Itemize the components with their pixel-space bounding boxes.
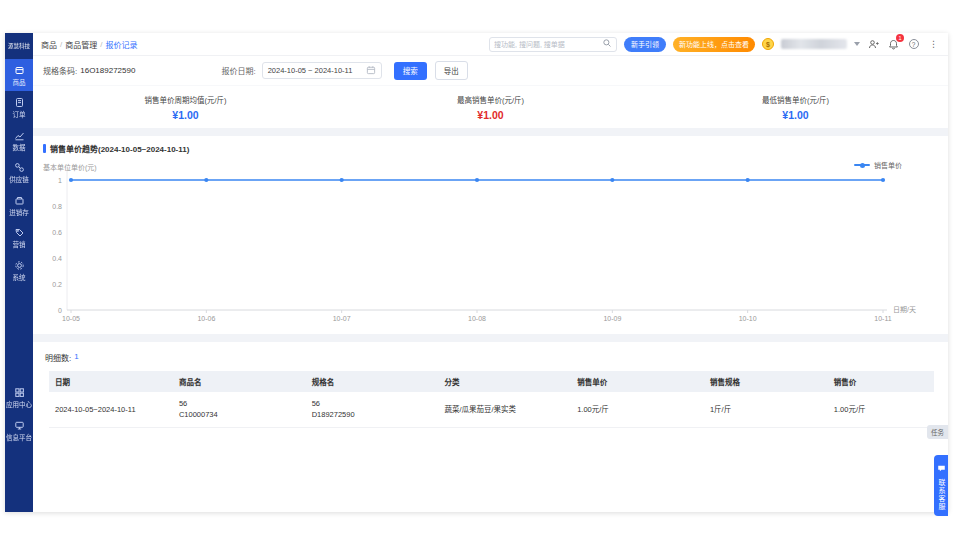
sidebar-bottom-group: 应用中心 信息平台 <box>5 381 33 512</box>
col-category: 分类 <box>438 371 571 392</box>
svg-text:10-11: 10-11 <box>874 315 891 322</box>
col-sale-price: 销售价 <box>828 371 934 392</box>
breadcrumb-separator: / <box>60 40 62 49</box>
date-range-picker[interactable]: 2024-10-05 ~ 2024-10-11 <box>262 62 382 79</box>
sidebar-item-supply-chain[interactable]: 供应链 <box>5 156 33 188</box>
table-header-row: 日期 商品名 规格名 分类 销售单价 销售规格 销售价 <box>49 371 934 392</box>
global-search[interactable] <box>489 37 617 52</box>
svg-text:日期/天: 日期/天 <box>893 306 916 314</box>
svg-text:0.8: 0.8 <box>52 203 62 210</box>
spec-barcode-value: 16O189272590 <box>80 66 135 75</box>
cell-spec: 56 D189272590 <box>306 392 439 427</box>
top-bar-right: 新手引领 新功能上线，点击查看 $ 1 ? ⋮ <box>489 37 940 52</box>
cell-unit-price: 1.00元/斤 <box>571 392 704 427</box>
quote-date-filter: 报价日期: 2024-10-05 ~ 2024-10-11 <box>221 62 381 79</box>
sidebar-item-info-platform[interactable]: 信息平台 <box>5 414 33 446</box>
stat-max-price-value: ¥1.00 <box>477 109 503 121</box>
newbie-guide-button[interactable]: 新手引领 <box>624 37 666 52</box>
cell-date: 2024-10-05~2024-10-11 <box>49 392 173 427</box>
user-account-blurred[interactable] <box>781 39 847 49</box>
task-floating-tab[interactable]: 任务 <box>927 425 948 439</box>
cell-sale-spec: 1斤/斤 <box>704 392 828 427</box>
stat-min-price-value: ¥1.00 <box>782 109 808 121</box>
stat-avg-price-value: ¥1.00 <box>172 109 198 121</box>
sidebar-item-orders[interactable]: 订单 <box>5 91 33 123</box>
invite-user-button[interactable] <box>867 38 880 51</box>
stat-min-price: 最低销售单价(元/斤) ¥1.00 <box>643 94 948 121</box>
svg-text:10-10: 10-10 <box>739 315 757 322</box>
col-unit-price: 销售单价 <box>571 371 704 392</box>
svg-text:0.4: 0.4 <box>52 255 62 262</box>
top-bar: 商品 / 商品管理 / 报价记录 新手引领 新功能上线，点击查看 $ <box>33 33 948 56</box>
section-divider <box>33 334 948 342</box>
title-accent-bar <box>43 144 46 153</box>
col-spec-name: 规格名 <box>306 371 439 392</box>
caret-down-icon[interactable] <box>854 42 860 46</box>
export-button[interactable]: 导出 <box>435 61 468 80</box>
search-icon[interactable] <box>602 38 612 50</box>
sidebar-item-inventory[interactable]: 进销存 <box>5 189 33 221</box>
cell-sale-price: 1.00元/斤 <box>828 392 934 427</box>
price-trend-chart: 00.20.40.60.8110-0510-0610-0710-0810-091… <box>37 158 942 330</box>
chart-title: 销售单价趋势(2024-10-05~2024-10-11) <box>50 143 189 154</box>
breadcrumb-goods[interactable]: 商品 <box>41 39 57 50</box>
sidebar: 源慧科技 商品 订单 数据 供应链 <box>5 33 33 512</box>
system-gear-icon <box>14 260 25 271</box>
order-doc-icon <box>14 97 25 108</box>
search-button[interactable]: 搜索 <box>394 62 427 80</box>
date-range-value: 2024-10-05 ~ 2024-10-11 <box>268 66 353 75</box>
svg-text:10-08: 10-08 <box>468 315 486 322</box>
col-product-name: 商品名 <box>173 371 306 392</box>
global-search-input[interactable] <box>494 41 602 48</box>
main-area: 商品 / 商品管理 / 报价记录 新手引领 新功能上线，点击查看 $ <box>33 33 948 512</box>
table-row: 2024-10-05~2024-10-11 56 C10000734 56 D1… <box>49 392 934 427</box>
breadcrumb-quote-records[interactable]: 报价记录 <box>105 39 137 50</box>
info-platform-icon <box>14 420 25 431</box>
help-icon: ? <box>909 39 919 49</box>
detail-section: 明细数: 1 日期 商品名 规格名 分类 销售单价 销售规格 销售价 <box>33 342 948 436</box>
breadcrumb-goods-management[interactable]: 商品管理 <box>65 39 97 50</box>
coin-balance-icon[interactable]: $ <box>762 38 774 50</box>
svg-text:10-07: 10-07 <box>333 315 351 322</box>
marketing-tag-icon <box>14 227 25 238</box>
more-menu-button[interactable]: ⋮ <box>927 38 940 51</box>
customer-service-button[interactable]: 联系客服 <box>934 455 948 516</box>
sidebar-item-goods[interactable]: 商品 <box>5 59 33 91</box>
legend-line-dot-icon <box>854 162 870 168</box>
new-feature-button[interactable]: 新功能上线，点击查看 <box>673 37 755 52</box>
chat-bubble-icon <box>937 459 946 477</box>
section-divider <box>33 128 948 136</box>
brand-logo: 源慧科技 <box>7 33 31 59</box>
detail-count-label: 明细数: <box>45 352 71 363</box>
stat-avg-price: 销售单价周期均值(元/斤) ¥1.00 <box>33 94 338 121</box>
sidebar-item-app-center[interactable]: 应用中心 <box>5 381 33 413</box>
svg-text:0.6: 0.6 <box>52 229 62 236</box>
svg-text:基本单位单价(元): 基本单位单价(元) <box>43 163 97 172</box>
cell-category: 蔬菜/瓜果茄豆/果实类 <box>438 392 571 427</box>
sidebar-item-system[interactable]: 系统 <box>5 254 33 286</box>
goods-box-icon <box>14 65 25 76</box>
chart-header: 销售单价趋势(2024-10-05~2024-10-11) <box>43 143 938 154</box>
supply-chain-icon <box>14 162 25 173</box>
app-window: 源慧科技 商品 订单 数据 供应链 <box>5 33 948 512</box>
quote-date-label: 报价日期: <box>221 65 255 76</box>
help-button[interactable]: ? <box>907 38 920 51</box>
app-center-grid-icon <box>14 387 25 398</box>
inventory-icon <box>14 195 25 206</box>
sidebar-item-data[interactable]: 数据 <box>5 124 33 156</box>
notification-bell-button[interactable]: 1 <box>887 38 900 51</box>
svg-text:10-05: 10-05 <box>62 315 80 322</box>
detail-count-value: 1 <box>74 352 78 363</box>
col-sale-spec: 销售规格 <box>704 371 828 392</box>
stats-row: 销售单价周期均值(元/斤) ¥1.00 最高销售单价(元/斤) ¥1.00 最低… <box>33 86 948 128</box>
svg-text:1: 1 <box>58 177 62 184</box>
spec-barcode: 规格条码: 16O189272590 <box>43 65 135 76</box>
svg-text:10-06: 10-06 <box>197 315 215 322</box>
stat-max-price: 最高销售单价(元/斤) ¥1.00 <box>338 94 643 121</box>
svg-text:0.2: 0.2 <box>52 281 62 288</box>
chart-legend[interactable]: 销售单价 <box>854 160 902 170</box>
detail-count: 明细数: 1 <box>45 352 938 363</box>
detail-table: 日期 商品名 规格名 分类 销售单价 销售规格 销售价 2024-10-05~2… <box>49 371 934 428</box>
sidebar-item-marketing[interactable]: 营销 <box>5 221 33 253</box>
breadcrumb: 商品 / 商品管理 / 报价记录 <box>41 39 137 50</box>
